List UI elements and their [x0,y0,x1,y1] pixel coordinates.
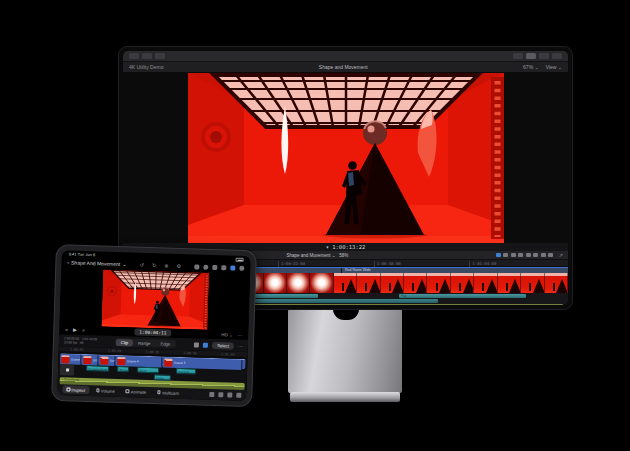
connected-clip[interactable]: Shapes [117,365,129,372]
more-icon[interactable]: ⋯ [238,333,243,338]
redo-icon[interactable]: ↻ [152,262,156,268]
bottom-button-animate[interactable]: Animate [122,387,151,396]
trash-icon[interactable] [209,392,214,397]
project-menu[interactable]: Shape and Movement ⌄ [286,253,335,258]
photos-audio-button[interactable] [142,53,152,59]
battery-icon [236,258,244,262]
clip-thumbnail[interactable] [404,273,427,293]
viewer-zoom-menu[interactable]: 67% ⌄ [523,64,539,70]
stand-notch [333,309,359,320]
project-title[interactable]: Shape And Movement [71,260,120,268]
duplicate-icon[interactable] [218,392,223,397]
select-button[interactable]: Select [212,342,234,350]
storyline-clip[interactable]: Scene 2 [82,355,98,365]
audio-solo-icon[interactable] [511,253,516,257]
snapping-icon[interactable] [194,342,199,347]
skip-forward-icon[interactable]: » [82,327,85,333]
overwrite-icon[interactable] [236,392,241,397]
timeline-toggle-button[interactable] [526,53,536,59]
clip-thumbnail[interactable] [287,273,310,293]
inspector-toggle-button[interactable] [539,53,549,59]
browser-toggle-button[interactable] [513,53,523,59]
clip-thumbnail[interactable] [474,273,497,293]
storyline-clip[interactable]: Scene 1 [60,354,81,365]
connected-clip[interactable]: Camera Move [86,365,109,372]
clip-thumbnail[interactable] [498,273,521,293]
share-button[interactable] [552,53,562,59]
timeline-zoom-label: 58% [339,253,348,258]
clip-thumbnail [164,358,172,366]
button-label: Volume [101,388,115,393]
ruler-label: 1:00:48:00 [377,261,401,266]
clip-thumbnail[interactable] [545,273,568,293]
undo-icon[interactable]: ↺ [140,262,144,268]
clip-thumbnail[interactable] [381,273,404,293]
skimming-icon[interactable] [203,342,208,347]
button-label: Inspect [71,387,85,392]
expand-timeline-icon[interactable]: ↗ [559,252,563,258]
fcp-toolbar [123,51,568,62]
record-icon[interactable] [203,264,208,269]
viewer-canvas[interactable] [188,73,504,243]
transitions-icon[interactable] [548,253,553,257]
quality-menu[interactable]: HD ⌄ [221,332,233,337]
viewer-view-menu[interactable]: View ⌄ [546,64,562,70]
timeline-option-icons: ↗ [496,252,563,258]
browser-icon[interactable] [194,264,199,269]
ruler-label: 1:01:04:00 [472,261,496,266]
add-media-icon[interactable]: ⊕ [164,263,168,269]
ipad-timecode: 1:00:04:11 [134,328,171,336]
titles-generators-button[interactable] [155,53,165,59]
skimming-icon[interactable] [496,253,501,257]
inspector-icon[interactable] [230,265,235,270]
viewer-canvas[interactable] [101,269,209,329]
snapping-icon[interactable] [503,253,508,257]
export-icon[interactable] [239,266,244,271]
connected-clip[interactable]: Keylight [176,367,196,374]
tools-icon[interactable] [526,253,531,257]
settings-icon[interactable]: ⚙ [176,263,181,269]
clip-thumbnail[interactable] [264,273,287,293]
storyline-clip[interactable]: Scene 3 [99,355,115,365]
bottom-button-multicam[interactable]: Multicam [153,388,183,397]
viewer-options-icon[interactable] [212,265,217,270]
gap-clip-icon [66,368,69,371]
bottom-button-inspect[interactable]: Inspect [62,385,89,394]
clip-appearance-icon[interactable] [518,253,523,257]
volume-icon [96,389,100,393]
sidebar-toggle-button[interactable] [129,53,139,59]
nav-right-icons [194,264,244,271]
back-chevron-icon[interactable]: ‹ [67,260,69,266]
play-icon[interactable]: ▶ [73,327,77,333]
clip-thumbnail[interactable] [451,273,474,293]
mode-edge[interactable]: Edge [155,340,175,348]
project-format: 23.98 fps · 4K [64,341,84,346]
clip-thumbnail[interactable] [334,273,357,293]
clip-name: Keylight [177,368,195,374]
connected-clip[interactable]: Pulse [154,374,171,381]
connected-clip[interactable]: Glow [137,366,159,373]
clip-name: Pulse [155,375,170,381]
clip-thumbnail[interactable] [521,273,544,293]
audio-clip[interactable]: Pad [399,294,526,298]
clip-name: Scene 4 [127,359,139,363]
clip-thumbnail[interactable] [427,273,450,293]
skip-back-icon[interactable]: « [65,327,68,333]
fcp-viewer [123,73,568,243]
fullscreen-icon[interactable] [221,265,226,270]
mode-range[interactable]: Range [133,339,156,347]
gap-clip[interactable] [60,364,74,375]
display-stand [288,309,402,393]
ruler-label: 1:00:20 [108,349,122,353]
mode-clip[interactable]: Clip [116,339,133,347]
inspect-icon [66,388,70,392]
bottom-button-volume[interactable]: Volume [92,386,119,395]
trim-icon[interactable] [533,253,538,257]
storyline-clip[interactable]: Scene 5 [163,357,242,369]
effects-icon[interactable] [541,253,546,257]
clip-thumbnail[interactable] [357,273,380,293]
more-icon[interactable]: ⋯ [238,343,243,349]
mute-icon[interactable] [227,392,232,397]
clip-thumbnail[interactable] [310,273,333,293]
bottom-right-icons [209,392,241,398]
